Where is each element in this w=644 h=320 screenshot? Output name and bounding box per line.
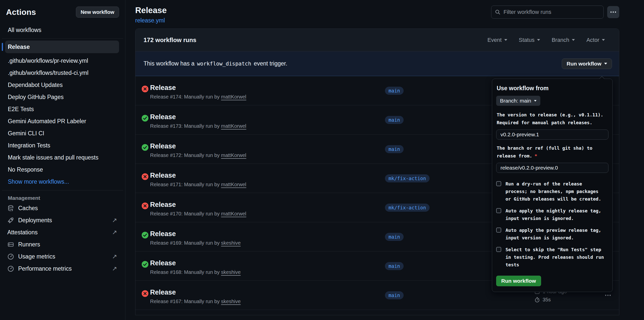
sidebar-item-all-workflows[interactable]: All workflows [6, 24, 119, 36]
filter-dropdown-label: Branch [552, 37, 569, 43]
management-item[interactable]: Usage metrics ↗ [6, 250, 119, 263]
actor-link[interactable]: skeshive [221, 299, 241, 304]
checkbox-row: Select to skip the "Run Tests" step in t… [496, 246, 608, 269]
branch-select-button[interactable]: Branch: main [496, 96, 540, 106]
sidebar-workflow-item[interactable]: .github/workflows/pr-review.yml [5, 55, 119, 67]
kebab-icon [605, 292, 611, 299]
workflow-input-group: The branch or ref (full git sha) to rele… [496, 144, 608, 176]
actor-link[interactable]: skeshive [221, 240, 241, 246]
run-info-text: Release #168: Manually run by [150, 269, 221, 275]
filter-dropdown[interactable]: Event [487, 37, 507, 43]
filter-workflow-runs-input[interactable] [491, 6, 604, 19]
run-status-icon [142, 290, 149, 297]
show-more-workflows-link[interactable]: Show more workflows... [6, 176, 119, 188]
run-workflow-submit-button[interactable]: Run workflow [496, 276, 541, 286]
input-description: The branch or ref (full git sha) to rele… [497, 144, 608, 160]
branch-badge[interactable]: main [385, 233, 404, 241]
branch-badge[interactable]: mk/fix-action [385, 204, 430, 212]
actor-link[interactable]: mattKorwel [221, 123, 246, 129]
input-description-text: The version to release (e.g., v0.1.11). … [497, 112, 603, 125]
run-text-block: Release Release #171: Manually run by ma… [150, 171, 246, 187]
popover-heading: Use workflow from [497, 85, 608, 92]
branch-badge[interactable]: main [385, 145, 404, 153]
workflow-nav-list: Release .github/workflows/pr-review.yml … [6, 41, 119, 176]
sidebar-workflow-item[interactable]: Gemini CLI CI [5, 127, 119, 139]
run-status-icon [142, 202, 149, 209]
cache-icon [7, 205, 14, 212]
header-toolbar [491, 6, 619, 19]
run-options-button[interactable] [603, 292, 612, 299]
management-item-label: Deployments [18, 217, 52, 224]
filter-dropdown[interactable]: Status [519, 37, 540, 43]
management-item[interactable]: Performance metrics ↗ [6, 263, 119, 275]
checkbox-row: Run a dry-run of the release process; no… [496, 180, 608, 203]
sidebar-workflow-item[interactable]: No Response [5, 164, 119, 176]
run-info-text: Release #173: Manually run by [150, 123, 221, 129]
checkbox-row: Auto apply the preview release tag, inpu… [496, 227, 608, 242]
branch-select-label: Branch: main [500, 98, 531, 104]
run-title-link[interactable]: Release [150, 230, 176, 238]
checkbox[interactable] [496, 208, 501, 213]
run-title-link[interactable]: Release [150, 259, 176, 267]
sidebar-workflow-item[interactable]: Integration Tests [5, 139, 119, 151]
workflow-title: Release [135, 6, 167, 15]
sidebar-workflow-item[interactable]: Gemini Automated PR Labeler [5, 115, 119, 127]
workflow-item-label: Gemini CLI CI [8, 130, 44, 137]
checkbox[interactable] [496, 181, 501, 186]
sidebar-workflow-item[interactable]: Dependabot Updates [5, 79, 119, 91]
workflow-input-group: The version to release (e.g., v0.1.11). … [496, 111, 608, 143]
management-item[interactable]: Deployments ↗ [6, 214, 119, 226]
sidebar-workflow-item[interactable]: Mark stale issues and pull requests [5, 151, 119, 164]
server-icon [7, 241, 14, 248]
workflow-input[interactable] [496, 130, 608, 140]
run-workflow-dropdown-button[interactable]: Run workflow [562, 58, 612, 69]
run-title-link[interactable]: Release [150, 201, 176, 209]
branch-badge[interactable]: main [385, 116, 404, 124]
run-title-link[interactable]: Release [150, 288, 176, 296]
input-description-text: The branch or ref (full git sha) to rele… [497, 145, 592, 158]
management-item[interactable]: Runners [6, 238, 119, 250]
sidebar-workflow-item[interactable]: E2E Tests [5, 103, 119, 115]
run-status-icon [142, 144, 149, 151]
stopwatch-icon [534, 297, 540, 303]
run-info-text: Release #171: Manually run by [150, 182, 221, 187]
actor-link[interactable]: mattKorwel [221, 152, 246, 158]
branch-badge[interactable]: main [385, 262, 404, 270]
workflow-input[interactable] [496, 163, 608, 173]
run-title-link[interactable]: Release [150, 171, 176, 179]
workflow-options-button[interactable] [607, 6, 619, 18]
checkbox-label: Auto apply the preview release tag, inpu… [506, 227, 601, 242]
sidebar-workflow-item[interactable]: Deploy GitHub Pages [5, 91, 119, 103]
checkbox-label: Select to skip the "Run Tests" step in t… [506, 246, 604, 269]
search-icon [495, 9, 500, 15]
branch-badge[interactable]: main [385, 291, 404, 299]
chevron-down-icon [504, 39, 507, 41]
sidebar-workflow-item[interactable]: Release [5, 41, 119, 53]
branch-badge[interactable]: main [385, 87, 404, 95]
branch-badge[interactable]: mk/fix-action [385, 174, 430, 182]
management-item[interactable]: Caches [6, 202, 119, 214]
chevron-down-icon [604, 63, 607, 65]
run-info-text: Release #174: Manually run by [150, 94, 221, 100]
run-description: Release #174: Manually run by mattKorwel [150, 94, 246, 100]
run-text-block: Release Release #170: Manually run by ma… [150, 201, 246, 217]
workflow-file-link[interactable]: release.yml [135, 17, 165, 24]
sidebar-workflow-item[interactable]: .github/workflows/trusted-ci.yml [5, 67, 119, 79]
actor-link[interactable]: mattKorwel [221, 182, 246, 187]
filter-dropdown[interactable]: Branch [552, 37, 575, 43]
actor-link[interactable]: skeshive [221, 269, 241, 275]
banner-text-suffix: event trigger. [254, 60, 287, 67]
run-title-link[interactable]: Release [150, 84, 176, 92]
filter-dropdown[interactable]: Actor [586, 37, 605, 43]
run-text-block: Release Release #174: Manually run by ma… [150, 84, 246, 100]
required-asterisk: * [535, 153, 537, 158]
actor-link[interactable]: mattKorwel [221, 211, 246, 216]
new-workflow-button[interactable]: New workflow [76, 7, 119, 18]
checkbox[interactable] [496, 247, 501, 252]
management-item[interactable]: Attestations ↗ [6, 226, 119, 238]
run-title-link[interactable]: Release [150, 142, 176, 150]
actor-link[interactable]: mattKorwel [221, 94, 246, 100]
run-title-link[interactable]: Release [150, 113, 176, 121]
checkbox[interactable] [496, 228, 501, 233]
workflow-item-label: Deploy GitHub Pages [8, 94, 64, 101]
